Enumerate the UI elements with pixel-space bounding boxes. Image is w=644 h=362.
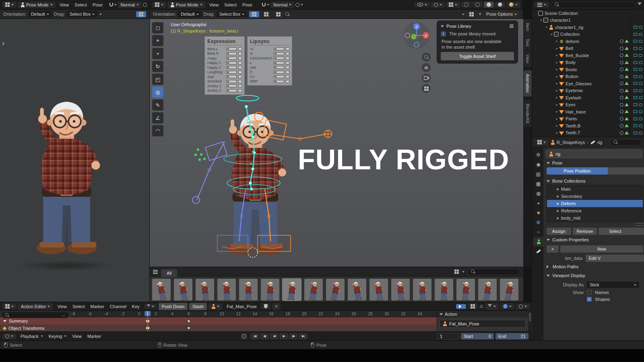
- play-reverse-button[interactable]: ◀: [270, 333, 279, 339]
- outliner-item-eyelash[interactable]: ▸Eyelash: [532, 94, 644, 101]
- new-property-button[interactable]: New: [560, 245, 643, 253]
- shapekey-slider[interactable]: [274, 57, 284, 60]
- expand-region-icon[interactable]: [1, 42, 5, 46]
- hide-viewport-icon[interactable]: [634, 33, 637, 36]
- properties-search-input[interactable]: [610, 139, 642, 146]
- tab-modifiers-icon[interactable]: ⚙: [533, 218, 543, 227]
- shapekey-slider[interactable]: [274, 62, 284, 64]
- disable-render-icon[interactable]: [639, 61, 642, 64]
- current-frame-badge[interactable]: 1: [144, 311, 151, 316]
- only-selected-toggle[interactable]: [456, 304, 466, 309]
- channel-object-transforms[interactable]: Object Transforms ✓: [0, 325, 437, 332]
- sidebar-action-field[interactable]: Fat_Man_Pose: [440, 320, 526, 328]
- modifier-icon[interactable]: [620, 103, 623, 107]
- disable-render-icon[interactable]: [639, 54, 642, 57]
- tab-physics-icon[interactable]: ○: [533, 227, 543, 237]
- menu-pose[interactable]: Pose: [90, 2, 105, 8]
- shapekey-value-box[interactable]: [286, 75, 289, 78]
- menu-marker[interactable]: Marker: [85, 333, 104, 339]
- jump-end-button[interactable]: ▶|: [299, 333, 308, 339]
- tab-view-layer-icon[interactable]: ▦: [533, 179, 543, 189]
- modifier-icon[interactable]: [620, 53, 623, 57]
- tab-world-icon[interactable]: ●: [533, 198, 543, 208]
- outliner-item-button[interactable]: ▸Button: [532, 73, 644, 80]
- tab-scene-icon[interactable]: ◍: [533, 189, 543, 198]
- shapekey-slider[interactable]: [226, 71, 237, 74]
- disable-render-icon[interactable]: [639, 82, 642, 85]
- mode-select[interactable]: Pose Mode: [167, 2, 205, 8]
- collapse-icon[interactable]: [441, 25, 444, 29]
- shapekey-value-box[interactable]: [238, 80, 242, 83]
- shapekey-value-box[interactable]: [286, 71, 289, 74]
- character-model[interactable]: [214, 108, 294, 257]
- mesh-data-icon[interactable]: [625, 39, 629, 43]
- shapekey-value-box[interactable]: [238, 62, 242, 64]
- assign-button[interactable]: Assign: [547, 228, 571, 235]
- asset-search-input[interactable]: [468, 269, 520, 275]
- channel-search-input[interactable]: ↔: [2, 312, 69, 318]
- shapekey-value-box[interactable]: [286, 80, 289, 83]
- shading-rendered-button[interactable]: [506, 2, 520, 8]
- show-overlays-button[interactable]: [446, 2, 460, 8]
- scale-tool-button[interactable]: ◰: [152, 74, 163, 85]
- rotate-tool-button[interactable]: ↻: [152, 61, 163, 72]
- shapekey-value-box[interactable]: [238, 71, 242, 74]
- pose-asset-thumbnail[interactable]: [174, 279, 192, 300]
- search-icon[interactable]: [285, 12, 290, 16]
- shapekey-slider[interactable]: [274, 75, 284, 78]
- pose-asset-thumbnail[interactable]: [196, 279, 214, 300]
- pose-asset-thumbnail[interactable]: [152, 279, 171, 300]
- mesh-data-icon[interactable]: [625, 68, 629, 71]
- pose-asset-thumbnail[interactable]: [500, 279, 518, 300]
- shapekey-value-box[interactable]: [286, 52, 289, 55]
- hide-viewport-icon[interactable]: [634, 82, 637, 85]
- mesh-data-icon[interactable]: [625, 103, 629, 106]
- menu-view[interactable]: View: [57, 2, 72, 8]
- section-bone-collections[interactable]: Bone Collections: [546, 176, 644, 185]
- mesh-data-icon[interactable]: [625, 47, 629, 50]
- outliner-item-boots[interactable]: ▸Boots: [532, 66, 644, 73]
- outliner-display-mode[interactable]: [535, 2, 549, 8]
- outliner-item-belt[interactable]: ▸Belt: [532, 45, 644, 52]
- outliner-item-character1-rig[interactable]: ▾character1_rig: [532, 24, 644, 31]
- remove-button[interactable]: Remove: [573, 228, 597, 235]
- sidebar-tab-blenderkit[interactable]: BlenderKit: [524, 100, 532, 127]
- disable-render-icon[interactable]: [639, 117, 642, 120]
- disable-render-icon[interactable]: [639, 110, 642, 113]
- disable-render-icon[interactable]: [639, 124, 642, 127]
- outliner-item-hair-base[interactable]: ▸Hair_base: [532, 108, 644, 115]
- show-gizmo-button[interactable]: [431, 2, 445, 8]
- section-pose[interactable]: Pose: [546, 158, 644, 167]
- disclosure-icon[interactable]: ▸: [555, 61, 559, 64]
- modifier-icon[interactable]: [620, 82, 623, 85]
- menu-keying[interactable]: Keying: [46, 333, 70, 339]
- shapekey-value-box[interactable]: [238, 52, 242, 55]
- shapekey-slider[interactable]: [226, 47, 237, 50]
- modifier-icon[interactable]: [620, 124, 623, 128]
- overlay-caret[interactable]: [462, 14, 464, 16]
- editor-type-button[interactable]: [2, 2, 17, 8]
- sidebar-tab-item[interactable]: Item: [524, 19, 532, 35]
- tab-render-icon[interactable]: ◉: [533, 160, 543, 169]
- hide-viewport-icon[interactable]: [634, 96, 637, 99]
- pose-options-button[interactable]: Pose Options: [483, 11, 520, 17]
- shapekey-slider[interactable]: [274, 66, 284, 69]
- display-mode-icon[interactable]: [454, 269, 459, 274]
- list-resize-grip[interactable]: [636, 223, 643, 226]
- annotate-tool-button[interactable]: ✎: [152, 99, 163, 111]
- rest-position-button[interactable]: [608, 167, 644, 175]
- filter-dropdown[interactable]: [144, 304, 157, 309]
- disclosure-icon[interactable]: ▸: [555, 103, 559, 107]
- disclosure-icon[interactable]: ▸: [555, 53, 559, 57]
- modifier-icon[interactable]: [620, 89, 623, 93]
- auto-key-toggle[interactable]: [241, 333, 247, 339]
- sidebar-tab-animation[interactable]: Animation: [524, 70, 532, 97]
- orientation-select[interactable]: Default: [178, 11, 202, 17]
- modifier-icon[interactable]: [620, 68, 623, 71]
- mode-select[interactable]: Pose Mode: [18, 2, 56, 8]
- transform-orientation-select[interactable]: Normal: [270, 2, 294, 8]
- shapekey-value-box[interactable]: [238, 89, 242, 92]
- outliner-item-eyes[interactable]: ▸Eyes: [532, 101, 644, 109]
- pose-asset-thumbnail[interactable]: [413, 279, 431, 300]
- pose-asset-thumbnail[interactable]: [391, 279, 410, 300]
